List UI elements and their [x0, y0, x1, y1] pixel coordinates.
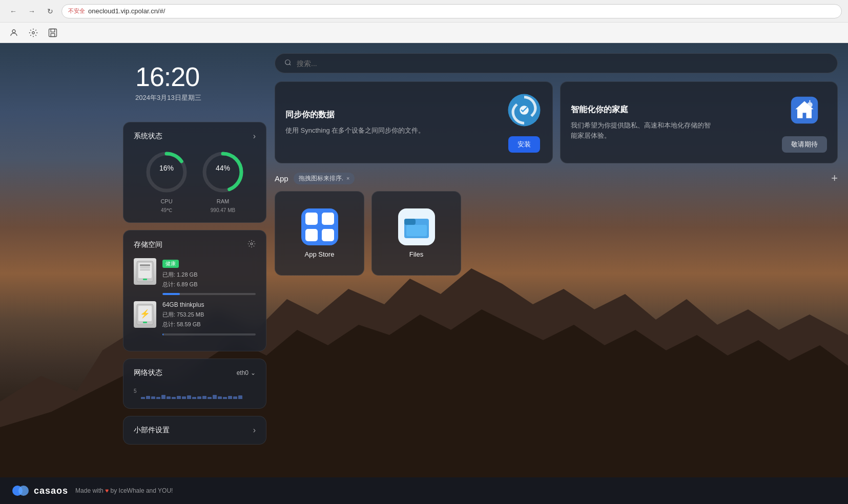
- browser-chrome: ← → ↻ 不安全 onecloud1.vip.cpolar.cn/#/: [0, 0, 848, 23]
- internal-storage-bar-fill: [162, 293, 180, 295]
- svg-rect-3: [51, 29, 55, 32]
- network-bar-6: [167, 396, 171, 399]
- cpu-gauge-svg: 16%: [143, 149, 190, 195]
- cpu-label: CPU: [160, 198, 172, 204]
- usb-device-name: 64GB thinkplus: [162, 301, 256, 308]
- reload-button[interactable]: ↻: [43, 4, 57, 18]
- network-bar-14: [208, 397, 212, 399]
- network-bar-9: [182, 396, 186, 399]
- search-bar: [275, 53, 838, 73]
- ram-used: 990.47 MB: [211, 207, 235, 213]
- files-icon: [398, 208, 435, 245]
- svg-point-22: [285, 60, 290, 65]
- usb-storage-item: ⚡ 64GB thinkplus 已用: 753.25 MB 总计: 58.59…: [134, 301, 256, 335]
- casaos-brand: casaos: [34, 486, 68, 496]
- svg-text:44%: 44%: [216, 164, 230, 172]
- smarthome-banner-desc: 我们希望为你提供隐私、高速和本地化存储的智能家居体验。: [571, 120, 714, 140]
- syncthing-banner: 同步你的数据 使用 Syncthing 在多个设备之间同步你的文件。 安装: [275, 81, 553, 163]
- network-bar-5: [161, 395, 166, 399]
- install-button[interactable]: 安装: [508, 136, 540, 153]
- app-store-card[interactable]: App Store: [275, 191, 364, 276]
- clock-date: 2024年3月13日星期三: [135, 93, 254, 102]
- svg-rect-32: [322, 229, 334, 241]
- sort-tag-close-button[interactable]: ×: [346, 175, 349, 181]
- network-chevron: ⌄: [251, 369, 256, 376]
- network-chart: [141, 384, 256, 399]
- syncthing-banner-action: 安装: [506, 92, 542, 153]
- system-status-title: 系统状态: [134, 132, 162, 141]
- clock-widget: 16:20 2024年3月13日星期三: [123, 53, 266, 115]
- svg-rect-14: [140, 264, 150, 266]
- app-store-name: App Store: [305, 250, 335, 258]
- bottom-bar: casaos Made with ♥ by IceWhale and YOU!: [0, 477, 848, 504]
- system-status-chevron[interactable]: ›: [253, 132, 256, 141]
- forward-button[interactable]: →: [25, 4, 39, 18]
- settings-icon[interactable]: [28, 27, 39, 38]
- network-bar-19: [233, 396, 237, 399]
- network-bar-10: [187, 395, 191, 399]
- url-text: onecloud1.vip.cpolar.cn/#/: [88, 7, 165, 15]
- network-bar-7: [172, 397, 176, 399]
- network-bar-1: [141, 397, 145, 399]
- heart-icon: ♥: [105, 487, 109, 494]
- svg-point-38: [18, 486, 29, 496]
- smarthome-banner-title: 智能化你的家庭: [571, 104, 772, 115]
- network-title: 网络状态: [134, 368, 162, 377]
- sort-tag-label: 拖拽图标来排序.: [299, 174, 343, 183]
- internal-storage-info: 健康 已用: 1.28 GB 总计: 6.89 GB: [162, 258, 256, 295]
- security-warning: 不安全: [68, 7, 85, 15]
- save-icon[interactable]: [47, 27, 58, 38]
- clock-time: 16:20: [135, 64, 254, 90]
- network-bar-2: [146, 396, 150, 399]
- internal-storage-total: 总计: 6.89 GB: [162, 280, 256, 289]
- ram-gauge-svg: 44%: [200, 149, 246, 195]
- files-card[interactable]: Files: [371, 191, 461, 276]
- left-panel: 16:20 2024年3月13日星期三 系统状态 › 16% CPU 49℃: [123, 53, 266, 445]
- widget-settings-card[interactable]: 小部件设置 ›: [123, 416, 266, 445]
- usb-storage-total: 总计: 58.59 GB: [162, 320, 256, 329]
- search-input[interactable]: [297, 59, 828, 68]
- network-bar-3: [151, 396, 155, 399]
- network-interface[interactable]: eth0 ⌄: [237, 369, 256, 376]
- widget-settings-chevron: ›: [253, 426, 256, 435]
- search-icon: [284, 59, 292, 68]
- browser-toolbar: [0, 23, 848, 43]
- footer-tagline: Made with ♥ by IceWhale and YOU!: [75, 487, 173, 494]
- cpu-gauge: 16% CPU 49℃: [143, 149, 190, 213]
- smarthome-banner-action: 敬请期待: [782, 92, 827, 153]
- usb-storage-used: 已用: 753.25 MB: [162, 310, 256, 320]
- svg-rect-17: [143, 279, 147, 280]
- usb-icon: ⚡: [134, 301, 156, 328]
- storage-badge-healthy: 健康: [162, 260, 179, 268]
- svg-text:16%: 16%: [159, 164, 174, 172]
- svg-point-1: [32, 31, 35, 34]
- add-app-button[interactable]: +: [831, 172, 838, 185]
- svg-point-0: [12, 30, 15, 33]
- svg-rect-29: [305, 213, 318, 225]
- coming-soon-button[interactable]: 敬请期待: [782, 136, 827, 153]
- app-section-header: App 拖拽图标来排序. × +: [275, 172, 838, 185]
- user-icon[interactable]: [8, 27, 19, 38]
- network-bar-17: [223, 397, 227, 399]
- network-bar-12: [197, 396, 201, 399]
- storage-card: 存储空间: [123, 230, 266, 351]
- internal-storage-used: 已用: 1.28 GB: [162, 270, 256, 280]
- back-button[interactable]: ←: [6, 4, 20, 18]
- svg-rect-16: [140, 269, 150, 270]
- network-bar-4: [156, 397, 160, 399]
- syncthing-banner-desc: 使用 Syncthing 在多个设备之间同步你的文件。: [285, 125, 429, 136]
- app-store-icon: [301, 208, 338, 245]
- right-panel: 同步你的数据 使用 Syncthing 在多个设备之间同步你的文件。 安装: [275, 53, 838, 276]
- network-bar-13: [202, 396, 206, 399]
- usb-storage-info: 64GB thinkplus 已用: 753.25 MB 总计: 58.59 G…: [162, 301, 256, 335]
- storage-title: 存储空间: [134, 240, 162, 249]
- files-name: Files: [409, 250, 423, 258]
- svg-rect-21: [143, 322, 147, 323]
- address-bar[interactable]: 不安全 onecloud1.vip.cpolar.cn/#/: [61, 4, 842, 18]
- svg-rect-15: [140, 267, 150, 268]
- network-bar-15: [213, 395, 217, 399]
- network-bar-20: [238, 395, 242, 399]
- storage-settings-icon[interactable]: [247, 240, 256, 250]
- smarthome-banner-content: 智能化你的家庭 我们希望为你提供隐私、高速和本地化存储的智能家居体验。: [571, 104, 772, 140]
- casaos-logo: [12, 485, 31, 497]
